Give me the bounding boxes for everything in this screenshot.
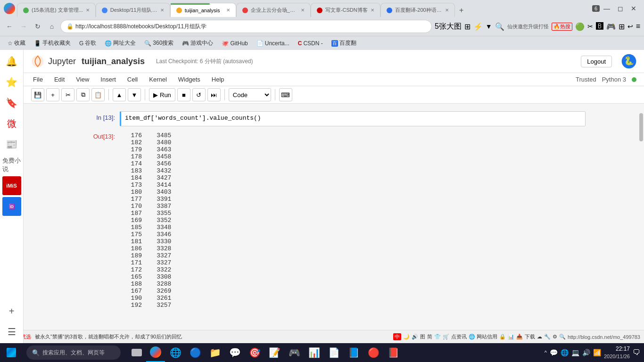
taskview-button[interactable] <box>128 343 145 362</box>
new-tab-button[interactable]: + <box>455 4 468 17</box>
reload-button[interactable]: ↻ <box>32 21 43 32</box>
status-gear-icon[interactable]: ⚙ <box>553 334 557 340</box>
tray-network[interactable]: 📶 <box>593 349 601 356</box>
ext-icon3[interactable]: 🎮 <box>606 22 616 31</box>
close-button[interactable]: ✕ <box>629 3 638 14</box>
tab-baidu[interactable]: 百度翻译-200种语言... ✕ <box>380 3 455 17</box>
menu-widgets[interactable]: Widgets <box>176 75 202 84</box>
forward-button[interactable]: → <box>18 21 29 32</box>
scrollbar-thumb[interactable] <box>639 113 643 141</box>
restart-button[interactable]: ↺ <box>192 88 206 101</box>
menu-icon[interactable]: ≡ <box>636 22 640 31</box>
sidebar-imis[interactable]: iMiS <box>2 176 21 195</box>
undo-icon[interactable]: ↩ <box>627 23 633 30</box>
status-chart-icon[interactable]: 图 <box>420 333 425 340</box>
tab-enterprise[interactable]: 企业上云分会场_企... ✕ <box>236 3 311 17</box>
copy-button[interactable]: ⧉ <box>76 88 90 101</box>
cell-type-select[interactable]: Code Markdown Raw <box>229 88 271 101</box>
bookmark-urls[interactable]: 🌐 网址大全 <box>101 38 140 48</box>
taskbar-explorer[interactable]: 📁 <box>206 343 224 362</box>
menu-view[interactable]: View <box>74 75 91 84</box>
tab6-close[interactable]: ✕ <box>445 8 449 13</box>
menu-edit[interactable]: Edit <box>52 75 66 84</box>
paste-button[interactable]: 📋 <box>91 88 105 101</box>
browser-logo[interactable] <box>4 3 15 14</box>
tab-tuijian[interactable]: tuijian_analysis ✕ <box>170 3 236 17</box>
logout-button[interactable]: Logout <box>581 56 612 67</box>
grid-icon[interactable]: ⊞ <box>464 22 471 31</box>
sidebar-weibo[interactable]: 微 <box>2 114 21 133</box>
tab2-close[interactable]: ✕ <box>160 8 164 13</box>
tray-weixin[interactable]: 💬 <box>550 349 558 356</box>
status-lock-icon[interactable]: 🔒 <box>499 334 506 340</box>
address-input[interactable]: 🔒 http://localhost:8888/notebooks/Deskto… <box>60 20 432 33</box>
status-news-icon[interactable]: 点资讯 <box>451 333 467 340</box>
taskbar-app9[interactable]: 📊 <box>305 343 323 362</box>
menu-insert[interactable]: Insert <box>99 75 118 84</box>
run-button[interactable]: ▶ Run <box>149 88 175 101</box>
status-tool-icon[interactable]: 🔧 <box>544 334 551 340</box>
taskbar-app7[interactable]: 📝 <box>265 343 284 362</box>
ext-icon1[interactable]: 🟢 <box>575 22 585 31</box>
move-up-button[interactable]: ▲ <box>113 88 126 101</box>
status-search-icon[interactable]: 🔍 <box>559 334 566 340</box>
tab1-close[interactable]: ✕ <box>86 8 90 13</box>
tab4-close[interactable]: ✕ <box>301 8 305 13</box>
search-icon[interactable]: 🔍 <box>495 22 504 31</box>
taskbar-app10[interactable]: 📄 <box>324 343 343 362</box>
taskbar-browser[interactable] <box>146 343 165 362</box>
status-zh-icon[interactable]: 中 <box>393 333 401 340</box>
status-simple-icon[interactable]: 简 <box>427 333 432 340</box>
tray-browser2[interactable]: 🌐 <box>561 349 569 356</box>
status-data-icon[interactable]: 📊 <box>508 334 514 340</box>
input-code-13[interactable]: item_df['words_count'].value_counts() <box>120 111 586 126</box>
add-cell-button[interactable]: + <box>46 88 59 101</box>
sidebar-notifications[interactable]: 🔔 <box>2 52 21 71</box>
taskbar-edge[interactable]: 🌐 <box>166 343 185 362</box>
sidebar-news[interactable]: 📰 <box>2 135 21 154</box>
bookmark-github[interactable]: 🐙 GitHub <box>218 39 251 48</box>
interrupt-button[interactable]: ■ <box>177 88 190 101</box>
bookmark-360[interactable]: 🔍 360搜索 <box>140 38 177 48</box>
menu-file[interactable]: File <box>31 75 45 84</box>
taskbar-app6[interactable]: 🎯 <box>245 343 264 362</box>
cut-button[interactable]: ✂ <box>61 88 74 101</box>
chevron-icon[interactable]: ▼ <box>486 23 492 30</box>
taskbar-search[interactable]: 🔍 搜索应用、文档、网页等 <box>26 346 121 360</box>
sidebar-favorites[interactable]: ⭐ <box>2 73 21 91</box>
restore-button[interactable]: ◻ <box>616 3 625 14</box>
move-down-button[interactable]: ▼ <box>128 88 141 101</box>
sidebar-pockid[interactable]: 🆔 <box>2 197 21 216</box>
sidebar-reader[interactable]: 免费小说 <box>2 156 21 174</box>
notebook-name[interactable]: tuijian_analysis <box>82 57 145 66</box>
menu-help[interactable]: Help <box>210 75 226 84</box>
lightning-icon[interactable]: ⚡ <box>473 22 483 31</box>
minimize-button[interactable]: — <box>602 3 612 14</box>
tray-icon4[interactable]: 🔊 <box>582 349 590 356</box>
scissors-icon[interactable]: ✂ <box>587 23 593 30</box>
save-button[interactable]: 💾 <box>31 88 44 101</box>
tab-csdn[interactable]: 写文章-CSDN博客 ✕ <box>311 3 380 17</box>
home-button[interactable]: ⌂ <box>46 21 58 32</box>
menu-kernel[interactable]: Kernel <box>147 75 169 84</box>
status-vol-icon[interactable]: 🔊 <box>412 334 418 340</box>
bookmark-games[interactable]: 🎮 游戏中心 <box>178 38 217 48</box>
bookmark-csdn[interactable]: C CSDN - <box>294 39 327 48</box>
status-shirt-icon[interactable]: 👕 <box>434 334 441 340</box>
back-button[interactable]: ← <box>4 21 15 32</box>
tab-desktop[interactable]: Desktop/11月组队学... ✕ <box>96 3 170 17</box>
bookmark-uncert[interactable]: 📄 Uncerta... <box>253 39 293 48</box>
status-cloud-icon[interactable]: ☁ <box>537 334 542 340</box>
scrollbar-right[interactable] <box>638 104 644 343</box>
browser-action-icon1[interactable]: 5张大图 <box>435 22 462 32</box>
bookmark-google[interactable]: G 谷歌 <box>75 38 100 48</box>
start-button[interactable] <box>0 343 23 362</box>
status-credit-icon[interactable]: 🌐 网站信用 <box>469 333 497 340</box>
keyboard-shortcuts-button[interactable]: ⌨ <box>279 88 292 101</box>
taskbar-ie[interactable]: 🔵 <box>186 343 205 362</box>
taskbar-pdf[interactable]: 📕 <box>384 343 403 362</box>
tray-notification[interactable]: 🗨 <box>633 348 640 357</box>
sidebar-list[interactable]: ☰ <box>2 322 21 341</box>
tab-articles[interactable]: (15条消息) 文章管理... ✕ <box>17 3 96 17</box>
taskbar-app5[interactable]: 💬 <box>225 343 244 362</box>
